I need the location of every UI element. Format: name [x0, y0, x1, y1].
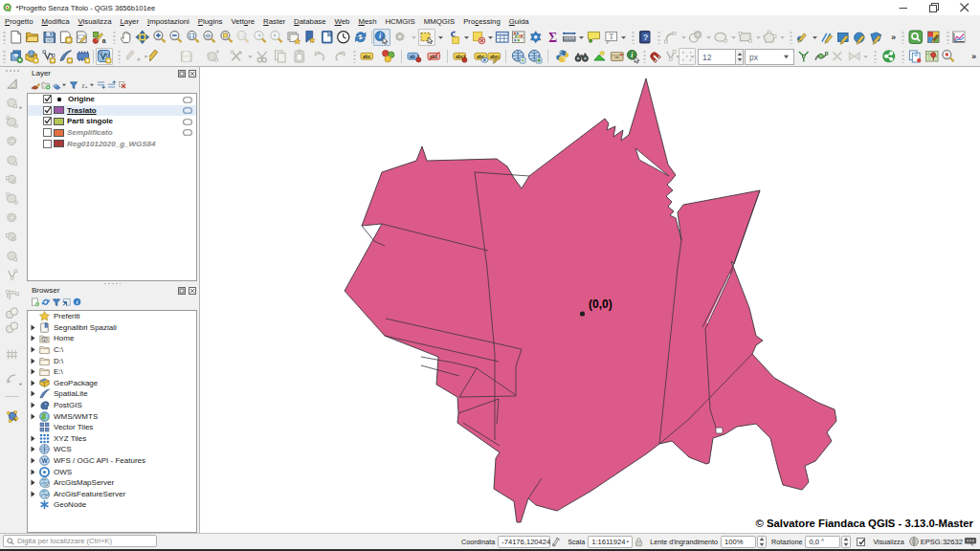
menu-visualizza[interactable]: Visualizza [74, 17, 116, 26]
annotation-ellipse-button[interactable] [712, 29, 729, 46]
menu-mesh[interactable]: Mesh [354, 17, 381, 26]
layer-checkbox[interactable] [43, 140, 52, 148]
new-spatial-bookmark-button[interactable] [301, 29, 319, 46]
vertex-tools-button[interactable] [228, 48, 245, 65]
menu-web[interactable]: Web [330, 17, 354, 26]
rotation-input[interactable]: 0,0 ° [805, 536, 840, 548]
browser-item-ows[interactable]: OWS [28, 466, 196, 477]
toolbar-overflow-2-button[interactable]: » [966, 48, 980, 65]
tracing-offset-dropdown[interactable] [687, 48, 697, 65]
expander-icon[interactable] [31, 413, 38, 420]
copy-map-button[interactable] [906, 48, 924, 65]
layer-item-origine[interactable]: Origine [28, 94, 196, 105]
style-manager-button[interactable]: a [91, 29, 108, 46]
expand-all-button[interactable] [96, 79, 106, 92]
menu-processing[interactable]: Processing [459, 17, 505, 26]
manage-map-themes-button[interactable] [51, 79, 61, 92]
map-tips-button[interactable] [586, 29, 603, 46]
processing-toolbox-button[interactable] [527, 29, 545, 46]
draw-point-dropdown[interactable] [810, 29, 819, 46]
new-project-button[interactable] [8, 29, 25, 46]
expander-icon[interactable] [31, 457, 38, 464]
filter-by-expression-button[interactable]: ε [78, 79, 89, 92]
annotation-curve-button[interactable] [662, 29, 679, 46]
toggle-label-visibility-button[interactable]: abc [426, 48, 443, 65]
zoom-to-selection-button[interactable] [218, 29, 235, 46]
advanced-digitizing-2-button[interactable] [3, 94, 21, 112]
filter-browser-button[interactable] [51, 297, 61, 309]
vertex-snap-button[interactable] [813, 48, 830, 65]
pan-to-selection-button[interactable] [134, 29, 151, 46]
share-tool-button[interactable] [880, 48, 898, 65]
browser-item-arcgismapserver[interactable]: ArcGisMapServer [28, 477, 196, 489]
pin-map-button[interactable] [924, 48, 941, 65]
maximize-button[interactable] [919, 0, 949, 15]
menu-raster[interactable]: Raster [259, 17, 290, 26]
minimize-button[interactable] [888, 0, 919, 15]
toolbar-drag-handle[interactable] [2, 49, 7, 63]
messages-button[interactable] [964, 536, 977, 548]
memory-layer-indicator-icon[interactable] [183, 119, 192, 125]
browser-item-geopackage[interactable]: GeoPackage [28, 378, 196, 389]
check-geometries-button[interactable] [3, 408, 21, 426]
toggle-editing-button[interactable] [148, 48, 166, 65]
browser-item-d-[interactable]: D:\ [28, 355, 196, 366]
filter-legend-button[interactable] [68, 79, 78, 92]
new-virtual-layer-button[interactable] [75, 48, 92, 65]
map-canvas[interactable]: (0,0) © Salvatore Fiandaca QGIS - 3.13.0… [200, 67, 980, 533]
add-feature-button[interactable] [204, 48, 221, 65]
avoid-intersections-dropdown[interactable] [860, 48, 870, 65]
new-map-view-button[interactable] [285, 29, 302, 46]
annotation-rectangle-button[interactable] [737, 29, 754, 46]
browser-item-home[interactable]: Home [28, 333, 196, 344]
menu-progetto[interactable]: Progetto [1, 17, 37, 26]
python-console-button[interactable] [554, 48, 571, 65]
layers-panel-float-button[interactable] [178, 70, 186, 77]
annotation-circle-button[interactable] [687, 29, 704, 46]
expander-icon[interactable] [31, 435, 38, 442]
layer-checkbox[interactable] [43, 95, 52, 103]
toolbar-drag-handle[interactable] [2, 30, 7, 44]
menu-layer[interactable]: Layer [116, 17, 144, 26]
remove-layer-button[interactable] [117, 79, 127, 92]
advanced-digitizing-11-button[interactable] [3, 266, 21, 284]
topological-editing-button[interactable] [795, 48, 813, 65]
color-swatches-button[interactable] [925, 29, 943, 46]
expander-icon[interactable] [31, 368, 38, 375]
offset-units-combo[interactable]: px [745, 49, 794, 65]
manage-map-themes-dropdown[interactable] [61, 83, 68, 87]
select-features-button[interactable] [418, 29, 435, 46]
refresh-browser-button[interactable] [40, 297, 51, 309]
zoom-full-button[interactable] [185, 29, 202, 46]
new-memory-layer-button[interactable] [96, 48, 113, 65]
add-selected-layers-button[interactable] [30, 297, 40, 309]
magnifier-spinner[interactable] [757, 536, 767, 548]
expander-icon[interactable] [31, 446, 38, 452]
advanced-digitizing-1-button[interactable] [3, 75, 21, 93]
menu-hcmgis[interactable]: HCMGIS [381, 17, 419, 26]
browser-item-postgis[interactable]: PostGIS [28, 400, 196, 411]
collapse-all-button[interactable] [106, 79, 117, 92]
browser-item-c-[interactable]: C:\ [28, 344, 196, 356]
browser-item-preferiti[interactable]: Preferiti [28, 311, 196, 322]
menu-mmqgis[interactable]: MMQGIS [419, 17, 459, 26]
advanced-digitizing-16-button[interactable] [3, 370, 21, 388]
add-group-button[interactable] [40, 79, 51, 92]
advanced-digitizing-14-button[interactable] [3, 319, 21, 337]
browser-item-segnalibri-spaziali[interactable]: Segnalibri Spaziali [28, 322, 196, 334]
crs-status-icon[interactable] [908, 536, 920, 547]
offset-value-field-spinner[interactable] [735, 49, 744, 65]
menu-database[interactable]: Database [290, 17, 330, 26]
select-features-dropdown[interactable] [435, 29, 445, 46]
scale-lock-icon[interactable] [634, 537, 644, 547]
save-project-button[interactable] [41, 29, 58, 46]
zoom-out-button[interactable] [167, 29, 185, 46]
zoom-search-button[interactable] [940, 48, 957, 65]
toolbar-drag-handle[interactable] [5, 69, 19, 73]
advanced-digitizing-7-button[interactable] [3, 189, 21, 208]
browser-item-wcs[interactable]: WCS [28, 444, 196, 455]
annotation-polygon-dropdown[interactable] [777, 29, 787, 46]
measure-line-dropdown[interactable] [576, 29, 586, 46]
save-layer-edits-button[interactable] [178, 48, 195, 65]
browser-panel-float-button[interactable] [178, 287, 186, 295]
